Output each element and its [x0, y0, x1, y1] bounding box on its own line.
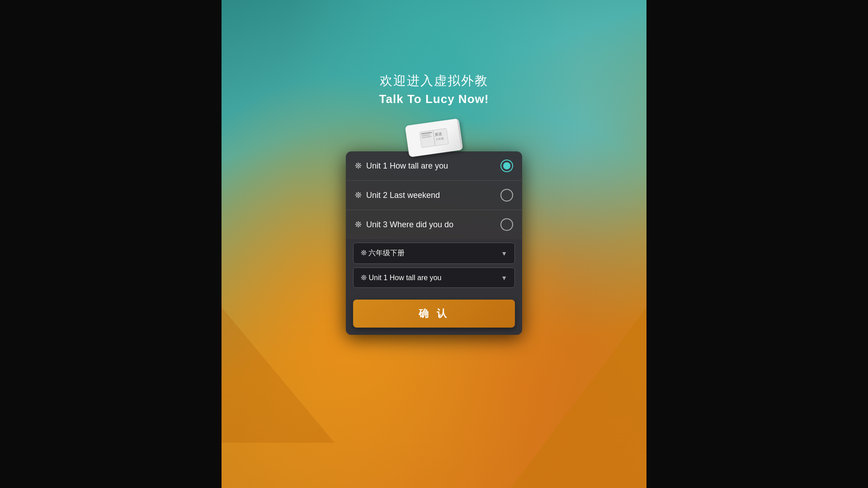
confirm-button[interactable]: 确 认 — [353, 300, 515, 328]
book-card: 英语 六年级 — [405, 118, 463, 157]
radio-circle-unit1[interactable] — [500, 160, 513, 172]
content-wrapper: 欢迎进入虚拟外教 Talk To Lucy Now! 英语 六年级 — [222, 0, 646, 488]
unit2-label: Unit 2 Last weekend — [366, 191, 440, 200]
welcome-english-text: Talk To Lucy Now! — [379, 92, 489, 106]
radio-item-unit2[interactable]: ❊ Unit 2 Last weekend — [346, 181, 522, 210]
welcome-section: 欢迎进入虚拟外教 Talk To Lucy Now! — [379, 72, 489, 106]
radio-item-unit3[interactable]: ❊ Unit 3 Where did you do — [346, 210, 522, 239]
unit-dropdown-arrow: ▼ — [501, 274, 507, 282]
radio-list: ❊ Unit 1 How tall are you ❊ Unit 2 Last … — [346, 151, 522, 239]
grade-dropdown-arrow: ▼ — [501, 250, 507, 257]
radio-circle-unit2[interactable] — [500, 189, 513, 202]
unit-dropdown[interactable]: ❊ Unit 1 How tall are you ▼ — [353, 267, 515, 288]
right-sidebar — [646, 0, 868, 488]
confirm-btn-row: 确 认 — [346, 295, 522, 335]
unit1-label: Unit 1 How tall are you — [366, 161, 448, 171]
radio-circle-unit3[interactable] — [500, 218, 513, 231]
grade-dropdown[interactable]: ❊ 六年级下册 ▼ — [353, 243, 515, 264]
center-panel: 欢迎进入虚拟外教 Talk To Lucy Now! 英语 六年级 — [222, 0, 646, 488]
left-sidebar — [0, 0, 222, 488]
welcome-chinese-text: 欢迎进入虚拟外教 — [379, 72, 489, 89]
unit-selection-modal: ❊ Unit 1 How tall are you ❊ Unit 2 Last … — [346, 151, 522, 335]
book-illustration: 英语 六年级 — [402, 120, 466, 156]
snowflake-icon-3: ❊ — [355, 220, 362, 230]
dropdown-section: ❊ 六年级下册 ▼ ❊ Unit 1 How tall are you ▼ — [346, 239, 522, 295]
grade-dropdown-value: ❊ 六年级下册 — [361, 249, 405, 258]
snowflake-icon-1: ❊ — [355, 161, 362, 171]
unit3-label: Unit 3 Where did you do — [366, 220, 453, 230]
snowflake-icon-2: ❊ — [355, 190, 362, 200]
unit-dropdown-value: ❊ Unit 1 How tall are you — [361, 273, 441, 282]
